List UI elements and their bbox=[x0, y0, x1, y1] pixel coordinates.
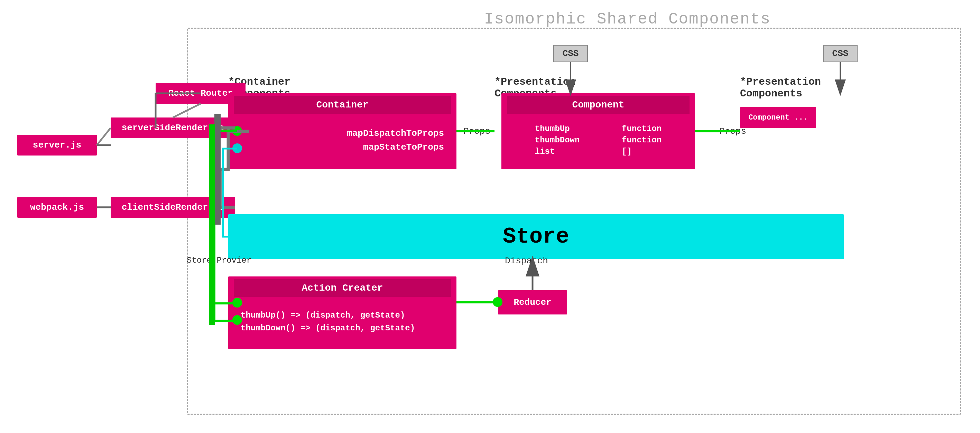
action-item-2: thumbDown() => (dispatch, getState) bbox=[241, 324, 415, 333]
css-box-1: CSS bbox=[553, 45, 588, 62]
action-creater-box: Action Creater thumbUp() => (dispatch, g… bbox=[228, 276, 457, 349]
css-box-2: CSS bbox=[823, 45, 858, 62]
component-box: Component thumbUp thumbDown list functio… bbox=[501, 93, 695, 169]
reducer-box: Reducer bbox=[498, 290, 567, 314]
webpackjs-box: webpack.js bbox=[17, 197, 97, 218]
store-box: Store bbox=[228, 214, 844, 259]
dot-green-reducer bbox=[493, 297, 503, 307]
svg-line-0 bbox=[97, 128, 111, 145]
action-title: Action Creater bbox=[234, 279, 451, 297]
ssr-box: serverSideRender.js bbox=[111, 117, 235, 138]
container-box: Container mapDispatchToProps mapStateToP… bbox=[228, 93, 457, 169]
label-store-provider: Store Provier bbox=[187, 256, 251, 265]
dot-green-2 bbox=[232, 298, 242, 308]
label-dispatch: Dispatch bbox=[505, 256, 548, 266]
container-item-2: mapStateToProps bbox=[363, 142, 444, 152]
diagram: Isomorphic Shared Components CSS CSS *Co… bbox=[0, 0, 980, 433]
component-title: Component bbox=[507, 96, 689, 114]
label-presentation-right: *PresentationComponents bbox=[740, 76, 821, 100]
dot-green-1 bbox=[232, 126, 242, 136]
dot-green-3 bbox=[232, 315, 242, 325]
component-body: thumbUp thumbDown list function function… bbox=[507, 114, 689, 167]
iso-title: Isomorphic Shared Components bbox=[484, 10, 771, 29]
container-item-1: mapDispatchToProps bbox=[347, 128, 444, 139]
action-body: thumbUp() => (dispatch, getState) thumbD… bbox=[234, 297, 451, 346]
component-small-box: Component ... bbox=[740, 107, 816, 128]
serverjs-box: server.js bbox=[17, 135, 97, 155]
csr-box: clientSideRender.js bbox=[111, 197, 235, 218]
component-col-1: thumbUp thumbDown list bbox=[535, 124, 580, 156]
container-title: Container bbox=[234, 96, 451, 114]
action-item-1: thumbUp() => (dispatch, getState) bbox=[241, 311, 405, 320]
component-col-2: function function [] bbox=[622, 124, 662, 156]
label-props-left: Props bbox=[463, 126, 490, 136]
dot-cyan-1 bbox=[232, 143, 242, 153]
container-body: mapDispatchToProps mapStateToProps bbox=[234, 114, 451, 167]
